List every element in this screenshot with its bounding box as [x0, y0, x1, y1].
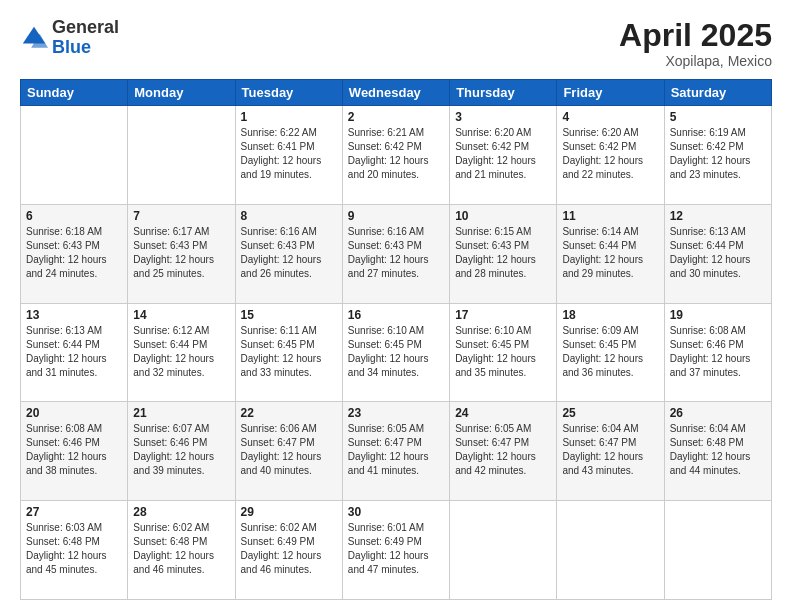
table-row: 7Sunrise: 6:17 AM Sunset: 6:43 PM Daylig…	[128, 204, 235, 303]
day-info: Sunrise: 6:21 AM Sunset: 6:42 PM Dayligh…	[348, 126, 444, 182]
day-number: 20	[26, 406, 122, 420]
day-number: 4	[562, 110, 658, 124]
table-row: 2Sunrise: 6:21 AM Sunset: 6:42 PM Daylig…	[342, 106, 449, 205]
day-number: 6	[26, 209, 122, 223]
day-number: 9	[348, 209, 444, 223]
day-number: 11	[562, 209, 658, 223]
table-row: 13Sunrise: 6:13 AM Sunset: 6:44 PM Dayli…	[21, 303, 128, 402]
day-number: 3	[455, 110, 551, 124]
day-number: 18	[562, 308, 658, 322]
day-info: Sunrise: 6:13 AM Sunset: 6:44 PM Dayligh…	[670, 225, 766, 281]
day-info: Sunrise: 6:15 AM Sunset: 6:43 PM Dayligh…	[455, 225, 551, 281]
day-number: 1	[241, 110, 337, 124]
logo-icon	[20, 24, 48, 52]
day-number: 10	[455, 209, 551, 223]
table-row: 24Sunrise: 6:05 AM Sunset: 6:47 PM Dayli…	[450, 402, 557, 501]
table-row: 11Sunrise: 6:14 AM Sunset: 6:44 PM Dayli…	[557, 204, 664, 303]
calendar-week-row: 20Sunrise: 6:08 AM Sunset: 6:46 PM Dayli…	[21, 402, 772, 501]
logo-text: General Blue	[52, 18, 119, 58]
day-number: 29	[241, 505, 337, 519]
calendar-table: Sunday Monday Tuesday Wednesday Thursday…	[20, 79, 772, 600]
table-row: 8Sunrise: 6:16 AM Sunset: 6:43 PM Daylig…	[235, 204, 342, 303]
header-wednesday: Wednesday	[342, 80, 449, 106]
table-row: 15Sunrise: 6:11 AM Sunset: 6:45 PM Dayli…	[235, 303, 342, 402]
table-row: 16Sunrise: 6:10 AM Sunset: 6:45 PM Dayli…	[342, 303, 449, 402]
calendar-week-row: 6Sunrise: 6:18 AM Sunset: 6:43 PM Daylig…	[21, 204, 772, 303]
table-row: 3Sunrise: 6:20 AM Sunset: 6:42 PM Daylig…	[450, 106, 557, 205]
table-row: 22Sunrise: 6:06 AM Sunset: 6:47 PM Dayli…	[235, 402, 342, 501]
table-row: 25Sunrise: 6:04 AM Sunset: 6:47 PM Dayli…	[557, 402, 664, 501]
table-row: 26Sunrise: 6:04 AM Sunset: 6:48 PM Dayli…	[664, 402, 771, 501]
day-info: Sunrise: 6:20 AM Sunset: 6:42 PM Dayligh…	[455, 126, 551, 182]
day-number: 5	[670, 110, 766, 124]
day-number: 23	[348, 406, 444, 420]
day-info: Sunrise: 6:09 AM Sunset: 6:45 PM Dayligh…	[562, 324, 658, 380]
day-number: 7	[133, 209, 229, 223]
header-tuesday: Tuesday	[235, 80, 342, 106]
day-info: Sunrise: 6:20 AM Sunset: 6:42 PM Dayligh…	[562, 126, 658, 182]
table-row: 5Sunrise: 6:19 AM Sunset: 6:42 PM Daylig…	[664, 106, 771, 205]
table-row	[128, 106, 235, 205]
day-number: 25	[562, 406, 658, 420]
day-info: Sunrise: 6:05 AM Sunset: 6:47 PM Dayligh…	[455, 422, 551, 478]
table-row: 12Sunrise: 6:13 AM Sunset: 6:44 PM Dayli…	[664, 204, 771, 303]
table-row: 1Sunrise: 6:22 AM Sunset: 6:41 PM Daylig…	[235, 106, 342, 205]
header-friday: Friday	[557, 80, 664, 106]
table-row: 4Sunrise: 6:20 AM Sunset: 6:42 PM Daylig…	[557, 106, 664, 205]
day-number: 27	[26, 505, 122, 519]
day-info: Sunrise: 6:10 AM Sunset: 6:45 PM Dayligh…	[455, 324, 551, 380]
table-row: 23Sunrise: 6:05 AM Sunset: 6:47 PM Dayli…	[342, 402, 449, 501]
table-row: 10Sunrise: 6:15 AM Sunset: 6:43 PM Dayli…	[450, 204, 557, 303]
day-info: Sunrise: 6:12 AM Sunset: 6:44 PM Dayligh…	[133, 324, 229, 380]
table-row	[664, 501, 771, 600]
day-info: Sunrise: 6:07 AM Sunset: 6:46 PM Dayligh…	[133, 422, 229, 478]
table-row: 17Sunrise: 6:10 AM Sunset: 6:45 PM Dayli…	[450, 303, 557, 402]
day-info: Sunrise: 6:02 AM Sunset: 6:48 PM Dayligh…	[133, 521, 229, 577]
day-number: 14	[133, 308, 229, 322]
day-header-row: Sunday Monday Tuesday Wednesday Thursday…	[21, 80, 772, 106]
day-info: Sunrise: 6:16 AM Sunset: 6:43 PM Dayligh…	[241, 225, 337, 281]
table-row: 30Sunrise: 6:01 AM Sunset: 6:49 PM Dayli…	[342, 501, 449, 600]
day-number: 21	[133, 406, 229, 420]
day-number: 17	[455, 308, 551, 322]
header: General Blue April 2025 Xopilapa, Mexico	[20, 18, 772, 69]
day-info: Sunrise: 6:04 AM Sunset: 6:47 PM Dayligh…	[562, 422, 658, 478]
day-info: Sunrise: 6:04 AM Sunset: 6:48 PM Dayligh…	[670, 422, 766, 478]
table-row: 21Sunrise: 6:07 AM Sunset: 6:46 PM Dayli…	[128, 402, 235, 501]
table-row: 27Sunrise: 6:03 AM Sunset: 6:48 PM Dayli…	[21, 501, 128, 600]
page: General Blue April 2025 Xopilapa, Mexico…	[0, 0, 792, 612]
day-number: 26	[670, 406, 766, 420]
title-block: April 2025 Xopilapa, Mexico	[619, 18, 772, 69]
day-info: Sunrise: 6:22 AM Sunset: 6:41 PM Dayligh…	[241, 126, 337, 182]
calendar-location: Xopilapa, Mexico	[619, 53, 772, 69]
day-info: Sunrise: 6:08 AM Sunset: 6:46 PM Dayligh…	[26, 422, 122, 478]
day-number: 12	[670, 209, 766, 223]
table-row: 28Sunrise: 6:02 AM Sunset: 6:48 PM Dayli…	[128, 501, 235, 600]
day-number: 8	[241, 209, 337, 223]
table-row: 19Sunrise: 6:08 AM Sunset: 6:46 PM Dayli…	[664, 303, 771, 402]
logo: General Blue	[20, 18, 119, 58]
day-info: Sunrise: 6:02 AM Sunset: 6:49 PM Dayligh…	[241, 521, 337, 577]
day-number: 30	[348, 505, 444, 519]
day-info: Sunrise: 6:06 AM Sunset: 6:47 PM Dayligh…	[241, 422, 337, 478]
day-number: 16	[348, 308, 444, 322]
day-info: Sunrise: 6:19 AM Sunset: 6:42 PM Dayligh…	[670, 126, 766, 182]
day-number: 22	[241, 406, 337, 420]
day-number: 24	[455, 406, 551, 420]
day-number: 19	[670, 308, 766, 322]
calendar-title: April 2025	[619, 18, 772, 53]
logo-general-text: General	[52, 18, 119, 38]
day-info: Sunrise: 6:05 AM Sunset: 6:47 PM Dayligh…	[348, 422, 444, 478]
day-info: Sunrise: 6:16 AM Sunset: 6:43 PM Dayligh…	[348, 225, 444, 281]
day-info: Sunrise: 6:01 AM Sunset: 6:49 PM Dayligh…	[348, 521, 444, 577]
day-number: 2	[348, 110, 444, 124]
calendar-week-row: 13Sunrise: 6:13 AM Sunset: 6:44 PM Dayli…	[21, 303, 772, 402]
day-info: Sunrise: 6:18 AM Sunset: 6:43 PM Dayligh…	[26, 225, 122, 281]
header-sunday: Sunday	[21, 80, 128, 106]
day-info: Sunrise: 6:03 AM Sunset: 6:48 PM Dayligh…	[26, 521, 122, 577]
table-row: 20Sunrise: 6:08 AM Sunset: 6:46 PM Dayli…	[21, 402, 128, 501]
day-number: 28	[133, 505, 229, 519]
calendar-week-row: 1Sunrise: 6:22 AM Sunset: 6:41 PM Daylig…	[21, 106, 772, 205]
table-row: 18Sunrise: 6:09 AM Sunset: 6:45 PM Dayli…	[557, 303, 664, 402]
day-number: 15	[241, 308, 337, 322]
